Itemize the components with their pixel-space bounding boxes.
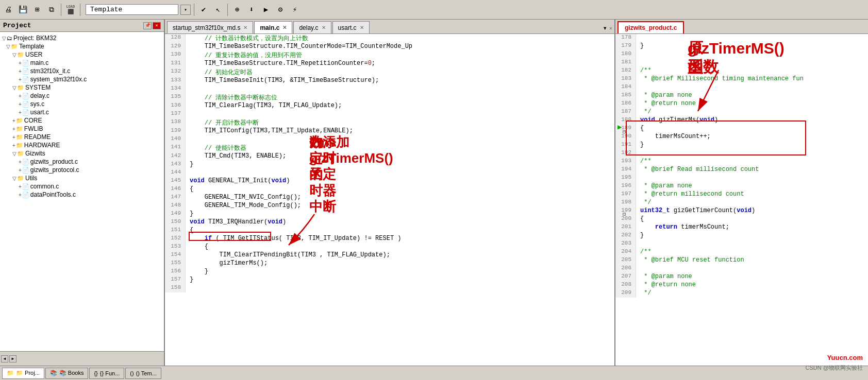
line-content: } — [186, 210, 614, 218]
line-content: */ — [636, 289, 868, 298]
code-line: 138 // 开启计数器中断 — [165, 118, 614, 127]
tree-usart-c[interactable]: + 📄 usart.c — [0, 108, 164, 116]
tree-main-c[interactable]: + 📄 main.c — [0, 59, 164, 67]
main-c-label: main.c — [30, 59, 48, 66]
right-tab-gizwits-product[interactable]: gizwits_product.c — [617, 21, 684, 33]
line-number: 184 — [615, 83, 636, 92]
flash-icon[interactable]: ⚡ — [289, 4, 301, 16]
line-content: return timerMsCount; — [636, 223, 868, 232]
tab-usart[interactable]: usart.c ✕ — [332, 21, 370, 33]
tree-utils[interactable]: ▽ 📁 Utils — [0, 174, 164, 182]
line-number: 131 — [165, 60, 186, 68]
tree-stm32-it[interactable]: + 📄 stm32f10x_it.c — [0, 67, 164, 75]
tree-common-c[interactable]: + 📄 common.c — [0, 182, 164, 191]
status-fun-label: {} Fun... — [100, 370, 120, 376]
expand-user: ▽ — [12, 52, 16, 58]
line-number: 138 — [165, 118, 186, 127]
tree-gizwits-protocol[interactable]: + 📄 gizwits_protocol.c — [0, 166, 164, 174]
right-tab-label: gizwits_product.c — [625, 24, 677, 31]
user-label: USER — [25, 51, 42, 58]
line-content: TIM_ClearITPendingBit(TIM3 , TIM_FLAG_Up… — [186, 251, 614, 260]
line-content: } — [636, 42, 868, 50]
code-line: 151{ — [165, 227, 614, 235]
status-tab-fun[interactable]: {} {} Fun... — [89, 368, 124, 379]
code-line: 180 — [615, 50, 868, 59]
code-content[interactable]: 128 // 计数器计数模式，设置为向上计数129 TIM_TimeBaseSt… — [165, 34, 614, 292]
scroll-right-btn[interactable]: ▶ — [9, 355, 16, 362]
right-code[interactable]: 178179}180181182/**183 * @brief Millisec… — [615, 34, 868, 298]
line-content: /** — [636, 158, 868, 166]
grid-icon[interactable]: ⊞ — [31, 4, 43, 16]
core-label: CORE — [24, 117, 42, 124]
expand-template: ▽ — [6, 44, 10, 49]
line-number: 139 — [165, 127, 186, 135]
tree-template[interactable]: ▽ 📁 Template — [0, 42, 164, 50]
tree-core[interactable]: + 📁 CORE — [0, 116, 164, 125]
stm32-it-icon: 📄 — [22, 68, 29, 75]
line-number: 181 — [615, 59, 636, 67]
tree-gizwits[interactable]: ▽ 📁 Gizwits — [0, 149, 164, 158]
template-folder-icon: 📁 — [11, 43, 18, 50]
line-number: 137 — [165, 110, 186, 118]
layers-icon[interactable]: ⧉ — [45, 4, 58, 16]
tab-usart-close[interactable]: ✕ — [360, 25, 364, 30]
tree-sys-c[interactable]: + 📄 sys.c — [0, 100, 164, 108]
line-content: /** — [636, 67, 868, 75]
title-dropdown[interactable]: ▾ — [180, 5, 191, 15]
tree-system[interactable]: ▽ 📁 SYSTEM — [0, 83, 164, 92]
check-icon[interactable]: ✔ — [197, 4, 210, 16]
code-line: 184 — [615, 83, 868, 92]
tree-system-stm32[interactable]: + 📄 system_stm32f10x.c — [0, 75, 164, 83]
scroll-left-btn[interactable]: ◀ — [1, 355, 8, 362]
save-icon[interactable]: 💾 — [16, 4, 29, 16]
project-title: Template — [86, 4, 178, 15]
project-icon: 🗂 — [7, 35, 12, 41]
code-line: 206 — [615, 265, 868, 273]
tab-startup-close[interactable]: ✕ — [243, 25, 247, 30]
line-number: 197 — [615, 191, 636, 199]
tree-gizwits-product[interactable]: + 📄 gizwits_product.c — [0, 158, 164, 166]
status-tab-proj[interactable]: 📁 📁 Proj... — [2, 368, 44, 379]
tab-main[interactable]: main.c ✕ — [254, 21, 292, 33]
tab-delay[interactable]: delay.c ✕ — [293, 21, 331, 33]
tree-fwlib[interactable]: + 📁 FWLIB — [0, 125, 164, 133]
tree-readme[interactable]: + 📁 README — [0, 133, 164, 141]
line-number: 178 — [615, 34, 636, 42]
line-content: GENERAL_TIM_Mode_Config(); — [186, 202, 614, 210]
run-icon[interactable]: ▶ — [260, 4, 272, 16]
tab-pin-btn[interactable]: ▾ — [603, 24, 607, 32]
download-icon[interactable]: ⬇ — [245, 4, 258, 16]
sep4 — [227, 4, 228, 16]
line-number: 187 — [615, 108, 636, 116]
line-number: 133 — [165, 77, 186, 85]
tab-delay-close[interactable]: ✕ — [322, 25, 326, 30]
cursor-icon[interactable]: ↖ — [212, 4, 224, 16]
status-tab-books[interactable]: 📚 📚 Books — [45, 368, 89, 379]
code-line: 185 * @param none — [615, 92, 868, 100]
code-line: 142 TIM_Cmd(TIM3, ENABLE); — [165, 152, 614, 161]
tree-project-root[interactable]: ▽ 🗂 Project: BKM32 — [0, 34, 164, 42]
line-number: 149 — [165, 210, 186, 218]
line-number: 145 — [165, 177, 186, 185]
sidebar-pin-btn[interactable]: 📌 — [143, 22, 152, 29]
tree-hardware[interactable]: + 📁 HARDWARE — [0, 141, 164, 149]
tree-datapoint-c[interactable]: + 📄 dataPointTools.c — [0, 191, 164, 199]
print-icon[interactable]: 🖨 — [2, 4, 14, 16]
sidebar-close-btn[interactable]: ✕ — [153, 22, 161, 29]
tab-close-all-btn[interactable]: ✕ — [609, 25, 612, 31]
step-icon[interactable]: ⚙ — [274, 4, 287, 16]
expand-utils: ▽ — [12, 176, 16, 181]
target-icon[interactable]: ⊕ — [231, 4, 243, 16]
line-number: 195 — [615, 174, 636, 182]
status-tab-tem[interactable]: () () Tem... — [125, 368, 161, 379]
tab-main-close[interactable]: ✕ — [282, 25, 287, 30]
common-c-icon: 📄 — [22, 183, 29, 190]
tree-delay-c[interactable]: + 📄 delay.c — [0, 92, 164, 100]
line-number: 158 — [165, 284, 186, 292]
sep1 — [61, 4, 61, 16]
line-number: 182 — [615, 67, 636, 75]
tab-startup[interactable]: startup_stm32f10x_md.s ✕ — [167, 21, 253, 33]
usart-c-label: usart.c — [30, 109, 49, 116]
tree-user[interactable]: ▽ 📁 USER — [0, 50, 164, 59]
load-icon[interactable]: LOAD ⬛ — [64, 4, 77, 16]
